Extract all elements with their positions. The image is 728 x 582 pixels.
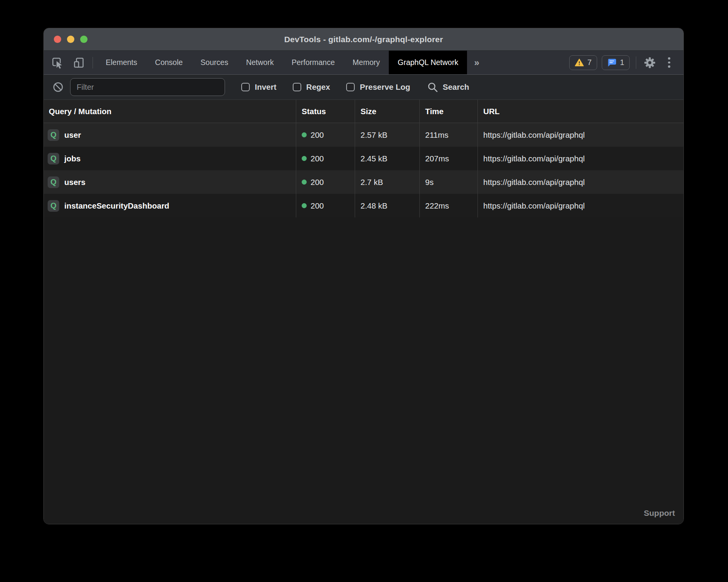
request-url: https://gitlab.com/api/graphql	[477, 147, 683, 170]
response-time: 9s	[419, 170, 477, 194]
warnings-badge-button[interactable]: 7	[569, 55, 597, 70]
more-tabs-chevron-icon[interactable]: »	[467, 51, 486, 74]
response-time: 211ms	[419, 123, 477, 147]
toolbar-divider	[93, 57, 93, 68]
query-name: instanceSecurityDashboard	[64, 201, 169, 211]
invert-checkbox[interactable]	[241, 83, 250, 91]
tab-console[interactable]: Console	[146, 51, 192, 74]
query-name: jobs	[64, 154, 81, 163]
search-label: Search	[443, 82, 469, 92]
column-header-query-mutation[interactable]: Query / Mutation	[44, 100, 296, 123]
column-header-status[interactable]: Status	[296, 100, 355, 123]
search-button[interactable]: Search	[427, 82, 469, 92]
invert-checkbox-group[interactable]: Invert	[241, 82, 276, 92]
status-ok-dot-icon	[302, 132, 307, 137]
column-header-url[interactable]: URL	[477, 100, 683, 123]
regex-checkbox-group[interactable]: Regex	[293, 82, 330, 92]
devtools-tab-bar: Elements Console Sources Network Perform…	[44, 51, 683, 75]
response-time: 222ms	[419, 194, 477, 217]
column-header-time[interactable]: Time	[419, 100, 477, 123]
issues-count: 1	[620, 58, 624, 67]
query-type-badge: Q	[48, 129, 59, 141]
window-title: DevTools - gitlab.com/-/graphql-explorer	[44, 35, 683, 44]
tab-memory[interactable]: Memory	[344, 51, 389, 74]
table-row[interactable]: Q users 200 2.7 kB 9s https://gitlab.com…	[44, 170, 683, 194]
status-ok-dot-icon	[302, 156, 307, 161]
devtools-window: DevTools - gitlab.com/-/graphql-explorer…	[43, 28, 684, 524]
status-code: 200	[311, 130, 324, 140]
query-name: users	[64, 178, 86, 187]
regex-label: Regex	[306, 82, 330, 92]
cluster-divider	[636, 56, 636, 69]
preserve-log-label: Preserve Log	[360, 82, 410, 92]
request-url: https://gitlab.com/api/graphql	[477, 194, 683, 217]
request-url: https://gitlab.com/api/graphql	[477, 123, 683, 147]
response-size: 2.7 kB	[355, 170, 419, 194]
table-row[interactable]: Q jobs 200 2.45 kB 207ms https://gitlab.…	[44, 147, 683, 170]
tab-performance[interactable]: Performance	[283, 51, 344, 74]
status-code: 200	[311, 178, 324, 187]
response-size: 2.57 kB	[355, 123, 419, 147]
table-row[interactable]: Q instanceSecurityDashboard 200 2.48 kB …	[44, 194, 683, 217]
support-link[interactable]: Support	[644, 508, 675, 518]
query-type-badge: Q	[48, 153, 59, 164]
issues-badge-button[interactable]: 1	[602, 55, 630, 70]
inspect-element-icon[interactable]	[50, 55, 65, 70]
panel-tabs: Elements Console Sources Network Perform…	[97, 51, 486, 74]
issues-bubble-icon	[607, 58, 616, 67]
request-url: https://gitlab.com/api/graphql	[477, 170, 683, 194]
device-toolbar-icon[interactable]	[72, 55, 86, 70]
table-empty-area: Support	[44, 217, 683, 524]
clear-filter-icon[interactable]	[52, 81, 64, 93]
status-code: 200	[311, 154, 324, 163]
warning-triangle-icon	[575, 58, 584, 67]
filter-toolbar: Invert Regex Preserve Log Search	[44, 75, 683, 100]
filter-input[interactable]	[70, 78, 225, 96]
response-size: 2.45 kB	[355, 147, 419, 170]
status-ok-dot-icon	[302, 180, 307, 185]
more-options-kebab-icon[interactable]	[662, 55, 676, 70]
search-icon	[427, 82, 438, 92]
response-size: 2.48 kB	[355, 194, 419, 217]
preserve-log-checkbox-group[interactable]: Preserve Log	[346, 82, 410, 92]
table-row[interactable]: Q user 200 2.57 kB 211ms https://gitlab.…	[44, 123, 683, 147]
query-name: user	[64, 130, 81, 140]
column-header-size[interactable]: Size	[355, 100, 419, 123]
tab-sources[interactable]: Sources	[192, 51, 237, 74]
warnings-count: 7	[587, 58, 592, 67]
tab-graphql-network[interactable]: GraphQL Network	[389, 51, 467, 74]
tab-elements[interactable]: Elements	[97, 51, 146, 74]
response-time: 207ms	[419, 147, 477, 170]
preserve-log-checkbox[interactable]	[346, 83, 355, 91]
title-bar: DevTools - gitlab.com/-/graphql-explorer	[44, 28, 683, 51]
regex-checkbox[interactable]	[293, 83, 301, 91]
tab-network[interactable]: Network	[237, 51, 283, 74]
settings-gear-icon[interactable]	[642, 55, 657, 70]
status-code: 200	[311, 201, 324, 211]
invert-label: Invert	[255, 82, 276, 92]
status-ok-dot-icon	[302, 203, 307, 208]
query-type-badge: Q	[48, 176, 59, 188]
table-header: Query / Mutation Status Size Time URL	[44, 100, 683, 123]
query-type-badge: Q	[48, 200, 59, 212]
